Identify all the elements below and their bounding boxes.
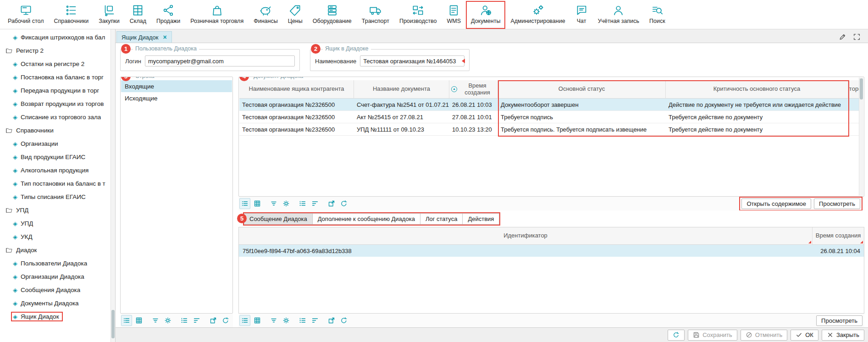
toolstrip-icon[interactable]	[338, 198, 349, 209]
toolstrip-icon[interactable]	[326, 198, 337, 209]
column-header-main-status[interactable]: Основной статус	[498, 80, 666, 98]
toolbar-section-item[interactable]: Финансы	[249, 1, 282, 29]
documents-table-scrollbar-thumb[interactable]	[860, 78, 863, 99]
toolstrip-icon[interactable]	[338, 315, 349, 326]
sidebar-item[interactable]: ◈ Передача продукции в торг	[0, 84, 110, 97]
column-header-created[interactable]: Время создания	[813, 227, 864, 244]
document-row[interactable]: Тестовая организация №2326500 УПД №11111…	[239, 123, 859, 136]
toolstrip-icon[interactable]	[310, 198, 321, 209]
toolstrip-icon[interactable]	[162, 315, 173, 326]
column-header-identifier[interactable]: Идентификатор	[239, 227, 813, 244]
detail-tab[interactable]: Дополнение к сообщению Диадока	[313, 213, 420, 225]
toolbar-section-item[interactable]: Розничная торговля	[185, 1, 249, 29]
expand-icon[interactable]	[853, 33, 861, 41]
sidebar-item[interactable]: Диадок	[0, 243, 110, 257]
sidebar-scrollbar[interactable]	[111, 29, 115, 342]
tab-close-icon[interactable]: ×	[163, 33, 166, 41]
tab-yaschik-diadok[interactable]: Ящик Диадок ×	[116, 31, 172, 43]
ok-button[interactable]: ОК	[791, 330, 818, 341]
toolstrip-icon[interactable]	[150, 315, 161, 326]
toolbar-section-item[interactable]: Поиск	[644, 1, 670, 29]
toolstrip-icon[interactable]	[191, 315, 202, 326]
edit-pencil-icon[interactable]	[839, 33, 846, 41]
toolbar-section-item[interactable]: Оборудование	[308, 1, 357, 29]
login-input[interactable]	[145, 55, 295, 66]
toolstrip-icon[interactable]	[326, 315, 337, 326]
detail-tab[interactable]: Действия	[463, 213, 499, 225]
toolstrip-icon[interactable]	[281, 198, 292, 209]
toolstrip-icon[interactable]	[268, 198, 279, 209]
toolstrip-icon[interactable]	[121, 315, 132, 326]
document-row[interactable]: Тестовая организация №2326500 Акт №25415…	[239, 111, 859, 123]
toolstrip-icon[interactable]	[281, 315, 292, 326]
toolstrip-icon[interactable]	[220, 315, 231, 326]
direction-list-item[interactable]: Исходящие	[121, 92, 232, 104]
document-row[interactable]: Тестовая организация №2326500 Счет-факту…	[239, 99, 859, 111]
column-header-status-criticality[interactable]: Критичность основного статуса	[666, 80, 848, 98]
toolbar-section-item[interactable]: Закупки	[94, 1, 125, 29]
toolstrip-icon[interactable]	[252, 315, 263, 326]
sidebar-item[interactable]: УПД	[0, 204, 110, 217]
toolstrip-icon[interactable]	[297, 315, 308, 326]
toolbar-section-item[interactable]: Документы	[466, 1, 505, 29]
toolstrip-icon[interactable]	[208, 315, 219, 326]
cancel-button[interactable]: Отменить	[741, 330, 787, 341]
toolbar-section-item[interactable]: Продажи	[151, 1, 185, 29]
sidebar-item[interactable]: ◈ Типы списания ЕГАИС	[0, 190, 110, 204]
organization-name-input[interactable]	[360, 55, 464, 66]
view-message-button[interactable]: Просмотреть	[816, 315, 862, 326]
save-button[interactable]: Сохранить	[688, 330, 737, 341]
sidebar-item[interactable]: ◈ Алкогольная продукция	[0, 164, 110, 177]
sidebar-item[interactable]: ◈ Организации	[0, 137, 110, 150]
toolbar-section-item[interactable]: Рабочий стол	[3, 1, 49, 29]
toolstrip-icon[interactable]	[268, 315, 279, 326]
sidebar-item[interactable]: ◈ Фиксация штрихкодов на бал	[0, 31, 110, 44]
column-header-counterparty-box[interactable]: Наименование ящика контрагента	[239, 80, 354, 98]
column-header-document-name[interactable]: Название документа	[354, 80, 449, 98]
sidebar-item[interactable]: ◈ Списание из торгового зала	[0, 110, 110, 124]
close-button[interactable]: Закрыть	[822, 330, 864, 341]
view-document-button[interactable]: Просмотреть	[814, 199, 860, 209]
sidebar-item[interactable]: ◈ Ящик Диадок	[0, 310, 110, 323]
sidebar-item[interactable]: ◈ Пользователи Диадока	[0, 257, 110, 270]
sidebar-item[interactable]: ◈ УКД	[0, 230, 110, 243]
toolbar-section-item[interactable]: Транспорт	[357, 1, 394, 29]
sidebar-item[interactable]: ◈ Организации Диадока	[0, 270, 110, 283]
toolbar-section-item[interactable]: WMS	[442, 1, 466, 29]
message-row[interactable]: 75f10ee9-f894-47bf-a063-69a83d12b338 26.…	[239, 245, 864, 257]
sidebar-item[interactable]: ◈ Сообщения Диадока	[0, 283, 110, 297]
column-header-truncated[interactable]: Второ	[848, 80, 859, 98]
detail-tab[interactable]: Сообщение Диадока	[244, 213, 313, 225]
toolbar-section-item[interactable]: Справочники	[49, 1, 94, 29]
sidebar-item[interactable]: Справочники	[0, 124, 110, 137]
diamond-icon: ◈	[13, 87, 17, 94]
open-content-button[interactable]: Открыть содержимое	[741, 199, 811, 209]
sidebar-item[interactable]: ◈ Возврат продукции из торгов	[0, 97, 110, 110]
sidebar-item[interactable]: ◈ Документы Диадока	[0, 297, 110, 310]
toolbar-section-item[interactable]: Чат	[570, 1, 593, 29]
toolbar-section-item[interactable]: Администрирование	[505, 1, 570, 29]
sidebar-item[interactable]: ◈ Остатки на регистре 2	[0, 57, 110, 71]
toolstrip-icon[interactable]	[252, 198, 263, 209]
toolstrip-icon[interactable]	[133, 315, 144, 326]
toolstrip-icon[interactable]	[310, 315, 321, 326]
sidebar-item[interactable]: ◈ Тип постановки на баланс в т	[0, 177, 110, 190]
documents-table-scrollbar[interactable]	[859, 77, 863, 196]
sidebar-scrollbar-thumb[interactable]	[111, 310, 115, 338]
sidebar-item[interactable]: ◈ Постановка на баланс в торг	[0, 71, 110, 84]
detail-tab[interactable]: Лог статуса	[420, 213, 463, 225]
sidebar-item[interactable]: Регистр 2	[0, 44, 110, 57]
toolstrip-icon[interactable]	[239, 315, 250, 326]
toolstrip-icon[interactable]	[297, 198, 308, 209]
toolbar-section-item[interactable]: Учётная запись	[593, 1, 644, 29]
sidebar-item[interactable]: ◈ УПД	[0, 217, 110, 230]
toolbar-section-item[interactable]: Производство	[394, 1, 442, 29]
direction-list-item[interactable]: Входящие	[121, 80, 232, 92]
toolbar-section-item[interactable]: Склад	[125, 1, 151, 29]
toolstrip-icon[interactable]	[179, 315, 190, 326]
column-header-created-sorted[interactable]: ▲ Время создания	[449, 80, 498, 98]
toolbar-section-item[interactable]: Цены	[283, 1, 308, 29]
toolstrip-icon[interactable]	[239, 198, 250, 209]
sidebar-item[interactable]: ◈ Вид продукции ЕГАИС	[0, 150, 110, 164]
refresh-button[interactable]	[668, 330, 685, 341]
